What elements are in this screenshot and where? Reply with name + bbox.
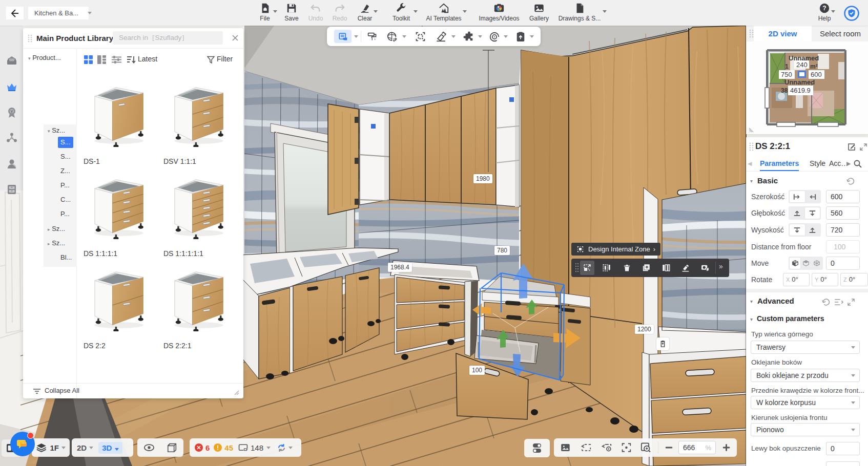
svg-text:38: 38 [781,87,788,94]
svg-text:?: ? [822,5,826,12]
svg-text:750: 750 [781,71,792,78]
svg-text:1: 1 [785,63,789,70]
svg-text:V: V [11,110,13,113]
svg-text:m²: m² [810,63,818,70]
svg-text:Unnamed: Unnamed [784,78,815,86]
svg-text:240: 240 [796,61,808,69]
svg-text:4619.9: 4619.9 [790,87,811,94]
svg-text:600: 600 [811,71,822,78]
